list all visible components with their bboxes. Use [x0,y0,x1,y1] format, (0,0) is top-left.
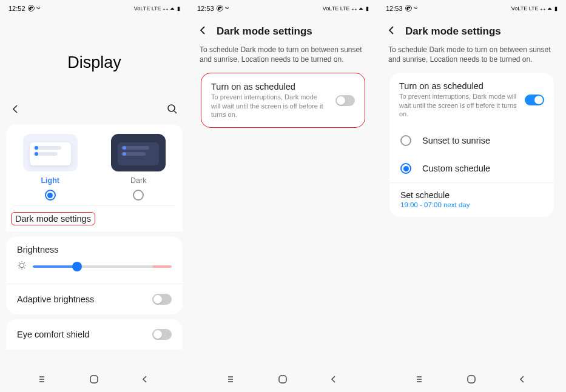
turn-on-scheduled-row[interactable]: Turn on as scheduled To prevent interrup… [201,73,365,128]
screen-dark-mode-on: 12:53 ✆ ༄ VoLTE LTE ₊₊ ⏶ ▮ Dark mode set… [377,0,566,392]
status-bar: 12:52 ✆ ༄ VoLTE LTE ₊₊ ⏶ ▮ [0,0,189,17]
search-icon [167,104,178,115]
status-right-icons: VoLTE LTE ₊₊ ⏶ ▮ [323,5,369,12]
chevron-left-icon [387,25,397,35]
adaptive-brightness-toggle[interactable] [152,294,172,305]
nav-home[interactable] [87,374,101,385]
status-time: 12:52 [8,5,25,12]
scheduled-title: Turn on as scheduled [211,82,328,91]
theme-light-label: Light [41,176,59,185]
light-preview-icon [23,134,78,171]
scheduled-title: Turn on as scheduled [399,81,517,91]
slider-limit-zone [152,265,172,268]
status-bar: 12:53 ✆ ༄ VoLTE LTE ₊₊ ⏶ ▮ [377,0,566,17]
svg-rect-21 [468,376,475,383]
adaptive-brightness-label: Adaptive brightness [17,294,94,304]
dark-preview-icon [111,134,166,171]
radio-light[interactable] [45,190,56,201]
back-button[interactable] [198,25,208,38]
option-custom-schedule[interactable]: Custom schedule [389,154,554,182]
theme-selector-card: Light Dark Dark mode settings [6,124,183,231]
adaptive-brightness-row[interactable]: Adaptive brightness [6,284,183,314]
scheduled-toggle[interactable] [525,95,544,105]
status-right-icons: VoLTE LTE ₊₊ ⏶ ▮ [511,5,558,12]
svg-rect-17 [279,376,286,383]
svg-line-6 [19,262,19,263]
page-title: Dark mode settings [405,25,501,38]
brightness-slider[interactable] [17,261,172,273]
radio-sunset[interactable] [400,135,411,146]
turn-on-scheduled-row[interactable]: Turn on as scheduled To prevent interrup… [389,73,554,127]
content: Light Dark Dark mode settings [0,124,189,367]
page-header: Display [0,17,189,96]
brightness-label: Brightness [17,245,172,254]
status-left-icons: ✆ ༄ [217,5,229,12]
chevron-left-icon [11,104,21,114]
toolbar [0,96,189,124]
status-right-icons: VoLTE LTE ₊₊ ⏶ ▮ [134,5,180,12]
theme-option-light[interactable]: Light [6,134,95,201]
back-button[interactable] [11,104,21,116]
scheduled-card: Turn on as scheduled To prevent interrup… [389,73,554,217]
slider-thumb[interactable] [72,262,82,271]
svg-rect-13 [90,376,98,383]
nav-recents[interactable] [225,374,240,385]
set-schedule-label: Set schedule [400,190,543,200]
screen-display: 12:52 ✆ ༄ VoLTE LTE ₊₊ ⏶ ▮ Display [0,0,189,392]
svg-line-8 [19,268,19,268]
scheduled-subtitle: To prevent interruptions, Dark mode will… [211,93,328,119]
svg-line-9 [24,262,25,263]
svg-point-0 [168,105,175,111]
page-header: Dark mode settings [189,17,377,42]
set-schedule-row[interactable]: Set schedule 19:00 - 07:00 next day [389,182,554,217]
svg-point-1 [20,264,24,268]
scheduled-card: Turn on as scheduled To prevent interrup… [201,73,365,128]
nav-recents[interactable] [414,374,428,385]
nav-back[interactable] [326,375,341,384]
sunset-label: Sunset to sunrise [422,136,490,145]
status-time: 12:53 [197,5,214,12]
nav-back[interactable] [515,375,530,384]
scheduled-subtitle: To prevent interruptions, Dark mode will… [399,92,517,118]
radio-dark[interactable] [133,190,144,201]
chevron-left-icon [198,25,208,35]
screen-dark-mode-off: 12:53 ✆ ༄ VoLTE LTE ₊₊ ⏶ ▮ Dark mode set… [189,0,377,392]
helper-text: To schedule Dark mode to turn on between… [189,42,377,73]
helper-text: To schedule Dark mode to turn on between… [377,42,566,73]
nav-home[interactable] [275,374,290,385]
slider-fill [33,265,77,268]
theme-dark-label: Dark [130,176,146,185]
nav-bar [377,367,566,392]
eye-comfort-label: Eye comfort shield [17,330,89,339]
dark-mode-settings-row[interactable]: Dark mode settings [6,206,183,224]
status-left-icons: ✆ ༄ [405,5,417,12]
page-title: Display [0,53,189,72]
theme-option-dark[interactable]: Dark [95,134,183,201]
dark-mode-settings-label: Dark mode settings [11,212,95,225]
status-left-icons: ✆ ༄ [28,5,40,12]
brightness-card: Brightness [6,236,183,284]
set-schedule-value: 19:00 - 07:00 next day [400,201,543,208]
page-header: Dark mode settings [377,17,566,42]
custom-label: Custom schedule [422,164,490,173]
status-bar: 12:53 ✆ ༄ VoLTE LTE ₊₊ ⏶ ▮ [189,0,377,17]
scheduled-toggle[interactable] [335,95,355,106]
eye-comfort-toggle[interactable] [152,329,172,340]
search-button[interactable] [167,104,178,117]
nav-bar [0,367,189,392]
nav-home[interactable] [464,374,479,385]
svg-line-7 [24,268,25,268]
slider-track [33,265,172,268]
nav-back[interactable] [138,375,152,384]
option-sunset-sunrise[interactable]: Sunset to sunrise [389,127,554,154]
sun-icon [17,261,27,273]
nav-recents[interactable] [36,374,51,385]
page-title: Dark mode settings [217,25,312,38]
back-button[interactable] [387,25,397,38]
radio-custom[interactable] [400,163,411,174]
nav-bar [189,367,377,392]
status-time: 12:53 [386,5,403,12]
eye-comfort-row[interactable]: Eye comfort shield [6,319,183,350]
